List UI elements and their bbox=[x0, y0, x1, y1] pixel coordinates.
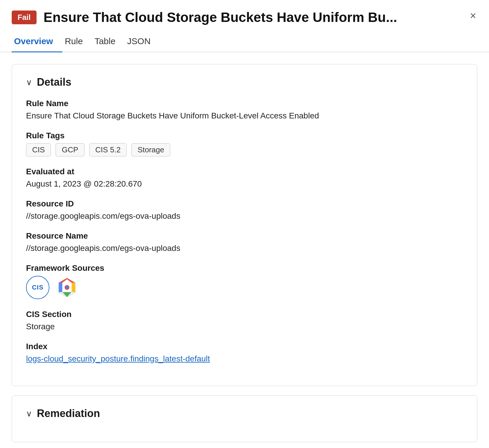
remediation-header: ∨ Remediation bbox=[26, 407, 463, 420]
tags-container: CIS GCP CIS 5.2 Storage bbox=[26, 143, 463, 156]
resource-name-value: //storage.googleapis.com/egs-ova-uploads bbox=[26, 244, 463, 253]
resource-id-label: Resource ID bbox=[26, 199, 463, 209]
cis-framework-icon: CIS bbox=[26, 276, 49, 299]
svg-marker-1 bbox=[59, 278, 75, 283]
rule-name-field: Rule Name Ensure That Cloud Storage Buck… bbox=[26, 99, 463, 120]
evaluated-at-value: August 1, 2023 @ 02:28:20.670 bbox=[26, 179, 463, 189]
index-field: Index logs-cloud_security_posture.findin… bbox=[26, 342, 463, 363]
modal-header: Fail Ensure That Cloud Storage Buckets H… bbox=[0, 0, 489, 31]
content-area: ∨ Details Rule Name Ensure That Cloud St… bbox=[0, 52, 489, 448]
modal-title: Ensure That Cloud Storage Buckets Have U… bbox=[44, 9, 477, 25]
rule-tags-field: Rule Tags CIS GCP CIS 5.2 Storage bbox=[26, 131, 463, 156]
resource-name-label: Resource Name bbox=[26, 231, 463, 241]
svg-marker-4 bbox=[62, 292, 72, 297]
tabs-container: Overview Rule Table JSON bbox=[0, 31, 489, 52]
resource-id-field: Resource ID //storage.googleapis.com/egs… bbox=[26, 199, 463, 221]
rule-name-label: Rule Name bbox=[26, 99, 463, 108]
remediation-chevron-icon: ∨ bbox=[26, 409, 32, 418]
rule-name-value: Ensure That Cloud Storage Buckets Have U… bbox=[26, 111, 463, 120]
svg-marker-2 bbox=[59, 283, 62, 292]
framework-sources-field: Framework Sources CIS bbox=[26, 263, 463, 299]
tab-table[interactable]: Table bbox=[92, 31, 125, 52]
index-link[interactable]: logs-cloud_security_posture.findings_lat… bbox=[26, 354, 210, 363]
tag-gcp: GCP bbox=[56, 143, 84, 156]
details-title: Details bbox=[37, 76, 71, 88]
resource-id-value: //storage.googleapis.com/egs-ova-uploads bbox=[26, 211, 463, 221]
evaluated-at-field: Evaluated at August 1, 2023 @ 02:28:20.6… bbox=[26, 167, 463, 189]
evaluated-at-label: Evaluated at bbox=[26, 167, 463, 176]
chevron-down-icon: ∨ bbox=[26, 77, 32, 87]
index-label: Index bbox=[26, 342, 463, 351]
cis-section-value: Storage bbox=[26, 322, 463, 331]
tag-storage: Storage bbox=[131, 143, 170, 156]
tab-rule[interactable]: Rule bbox=[62, 31, 92, 52]
remediation-card: ∨ Remediation bbox=[12, 395, 477, 442]
framework-sources-label: Framework Sources bbox=[26, 263, 463, 273]
tag-cis52: CIS 5.2 bbox=[89, 143, 127, 156]
fail-badge: Fail bbox=[12, 11, 37, 24]
tag-cis: CIS bbox=[26, 143, 51, 156]
cis-section-field: CIS Section Storage bbox=[26, 310, 463, 331]
close-button[interactable]: × bbox=[469, 9, 477, 22]
remediation-title: Remediation bbox=[37, 407, 100, 420]
details-header: ∨ Details bbox=[26, 76, 463, 88]
cis-section-label: CIS Section bbox=[26, 310, 463, 319]
svg-marker-3 bbox=[72, 283, 75, 292]
details-card: ∨ Details Rule Name Ensure That Cloud St… bbox=[12, 64, 477, 386]
resource-name-field: Resource Name //storage.googleapis.com/e… bbox=[26, 231, 463, 253]
rule-tags-label: Rule Tags bbox=[26, 131, 463, 140]
tab-json[interactable]: JSON bbox=[125, 31, 160, 52]
gcp-framework-icon bbox=[55, 276, 79, 299]
framework-icons-container: CIS bbox=[26, 276, 463, 299]
tab-overview[interactable]: Overview bbox=[12, 31, 62, 52]
svg-point-6 bbox=[66, 286, 68, 289]
